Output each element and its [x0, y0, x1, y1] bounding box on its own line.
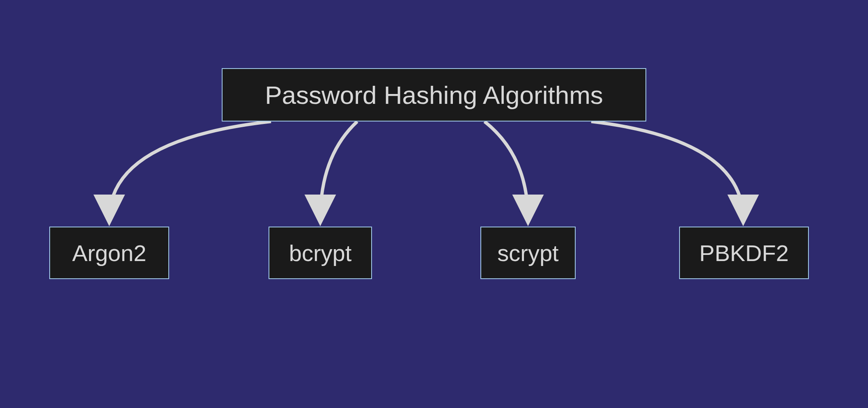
root-node-label: Password Hashing Algorithms [265, 80, 603, 110]
diagram-child-node-argon2: Argon2 [49, 227, 169, 279]
diagram-child-node-bcrypt: bcrypt [269, 227, 372, 279]
diagram-child-node-pbkdf2: PBKDF2 [679, 227, 809, 279]
diagram-child-node-scrypt: scrypt [480, 227, 576, 279]
diagram-arrows [0, 0, 868, 408]
diagram-root-node: Password Hashing Algorithms [222, 68, 646, 121]
child-node-label: bcrypt [289, 240, 352, 266]
child-node-label: scrypt [497, 240, 558, 266]
child-node-label: Argon2 [72, 240, 147, 266]
child-node-label: PBKDF2 [699, 240, 789, 266]
